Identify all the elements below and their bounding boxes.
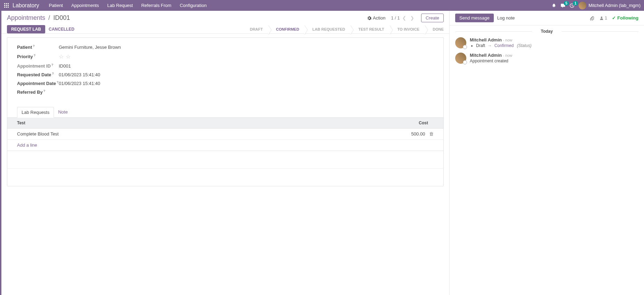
avatar[interactable] <box>455 37 466 48</box>
gear-icon <box>367 16 371 20</box>
breadcrumb-parent[interactable]: Appointments <box>7 14 45 21</box>
status-bar: DRAFT CONFIRMED LAB REQUESTED TEST RESUL… <box>242 25 449 33</box>
cancelled-button[interactable]: CANCELLED <box>49 25 74 33</box>
status-test-result[interactable]: TEST RESULT <box>351 25 389 33</box>
svg-rect-5 <box>8 5 9 6</box>
msg-time: - now <box>503 53 512 57</box>
form-sheet: Patient? Gemini Furniture, Jesse Brown P… <box>7 37 444 186</box>
chatter: Send message Log note 1 ✓ Following Toda… <box>449 11 644 295</box>
cell-test[interactable]: Complete Blood Test <box>7 129 266 140</box>
topbar: Laboratory Patient Appointments Lab Requ… <box>0 0 644 11</box>
trash-icon[interactable]: 🗑 <box>429 131 434 137</box>
table-row[interactable]: Complete Blood Test 500.00 🗑 <box>7 129 443 140</box>
followers-number: 1 <box>605 15 607 21</box>
svg-point-10 <box>601 16 603 18</box>
tab-lab-requests[interactable]: Lab Requests <box>17 107 54 118</box>
nav-lab-request[interactable]: Lab Request <box>103 0 137 11</box>
pager-next-icon[interactable]: ❯ <box>409 15 416 21</box>
status-to-invoice[interactable]: TO INVOICE <box>390 25 425 33</box>
chatter-message: Mitchell Admin - now Draft → Confirmed (… <box>455 37 638 48</box>
svg-rect-1 <box>6 3 7 4</box>
col-test[interactable]: Test <box>7 118 266 129</box>
topbar-right: 5 1 Mitchell Admin (lab_mgm) <box>552 2 641 9</box>
svg-rect-7 <box>6 7 7 8</box>
add-line-link[interactable]: Add a line <box>7 140 443 151</box>
top-nav: Patient Appointments Lab Request Referra… <box>45 0 211 11</box>
pager: 1 / 1 ❮ ❯ <box>391 15 416 21</box>
msg-author[interactable]: Mitchell Admin <box>470 53 502 58</box>
activities-badge: 1 <box>573 1 578 6</box>
svg-rect-4 <box>6 5 7 6</box>
patient-label: Patient? <box>17 45 59 50</box>
svg-rect-6 <box>4 7 5 8</box>
msg-author[interactable]: Mitchell Admin <box>470 37 502 42</box>
chatter-message: Mitchell Admin - now Appointment created <box>455 53 638 64</box>
star-icon[interactable]: ☆ <box>59 54 64 60</box>
status-lab-requested[interactable]: LAB REQUESTED <box>305 25 351 33</box>
user-avatar-icon <box>579 2 586 9</box>
following-button[interactable]: ✓ Following <box>612 15 638 21</box>
action-label: Action <box>373 15 385 21</box>
nav-referrals-from[interactable]: Referrals From <box>137 0 176 11</box>
tab-note[interactable]: Note <box>54 107 72 118</box>
nav-patient[interactable]: Patient <box>45 0 67 11</box>
status-to: Confirmed <box>494 43 514 48</box>
avatar[interactable] <box>455 53 466 64</box>
check-icon: ✓ <box>612 15 616 21</box>
following-label: Following <box>617 15 638 21</box>
messages-icon[interactable]: 5 <box>561 3 565 8</box>
priority-stars[interactable]: ☆ ☆ <box>59 53 71 60</box>
patient-value[interactable]: Gemini Furniture, Jesse Brown <box>59 45 121 50</box>
svg-rect-3 <box>4 5 5 6</box>
action-dropdown[interactable]: Action <box>367 15 385 21</box>
appointment-id-label: Appointment ID? <box>17 63 59 69</box>
messages-badge: 5 <box>564 1 569 6</box>
status-draft[interactable]: DRAFT <box>242 25 268 33</box>
msg-time: - now <box>503 38 512 42</box>
pager-text: 1 / 1 <box>391 15 400 21</box>
priority-label: Priority? <box>17 54 59 59</box>
star-icon[interactable]: ☆ <box>66 54 71 60</box>
chatter-day-separator: Today <box>455 29 638 34</box>
status-field: (Status) <box>517 43 531 48</box>
apps-icon[interactable] <box>3 2 10 9</box>
pager-prev-icon[interactable]: ❮ <box>401 15 408 21</box>
send-message-button[interactable]: Send message <box>455 14 494 22</box>
col-cost[interactable]: Cost <box>266 118 443 129</box>
referred-by-label: Referred By? <box>17 90 59 95</box>
status-done[interactable]: DONE <box>425 25 449 33</box>
cost-value: 500.00 <box>411 131 425 137</box>
appointment-id-value: ID001 <box>59 63 71 69</box>
cell-cost: 500.00 🗑 <box>266 129 443 140</box>
breadcrumb-current: ID001 <box>53 14 70 21</box>
breadcrumb: Appointments / ID001 <box>7 14 70 22</box>
debug-icon[interactable] <box>552 3 556 8</box>
status-confirmed[interactable]: CONFIRMED <box>268 25 305 33</box>
attachment-icon[interactable] <box>590 16 595 21</box>
appointment-date-label: Appointment Date? <box>17 81 59 86</box>
svg-rect-8 <box>8 7 9 8</box>
msg-text: Appointment created <box>470 59 512 63</box>
brand-title[interactable]: Laboratory <box>13 2 39 9</box>
breadcrumb-separator: / <box>48 14 50 21</box>
log-note-button[interactable]: Log note <box>497 14 515 22</box>
request-lab-button[interactable]: REQUEST LAB <box>7 25 45 33</box>
user-display-name: Mitchell Admin (lab_mgm) <box>588 3 641 8</box>
create-button[interactable]: Create <box>421 14 444 22</box>
requested-date-value[interactable]: 01/06/2023 15:41:40 <box>59 72 100 77</box>
svg-rect-0 <box>4 3 5 4</box>
nav-appointments[interactable]: Appointments <box>67 0 103 11</box>
arrow-icon: → <box>488 43 492 48</box>
user-menu[interactable]: Mitchell Admin (lab_mgm) <box>579 2 641 9</box>
lab-requests-table: Test Cost Complete Blood Test 500.00 🗑 <box>7 118 443 169</box>
followers-count[interactable]: 1 <box>599 15 607 21</box>
svg-rect-2 <box>8 3 9 4</box>
activities-icon[interactable]: 1 <box>570 3 574 8</box>
person-icon <box>599 16 604 20</box>
nav-configuration[interactable]: Configuration <box>176 0 211 11</box>
status-from: Draft <box>476 43 485 48</box>
appointment-date-value[interactable]: 01/06/2023 15:41:40 <box>59 81 100 86</box>
requested-date-label: Requested Date? <box>17 72 59 77</box>
